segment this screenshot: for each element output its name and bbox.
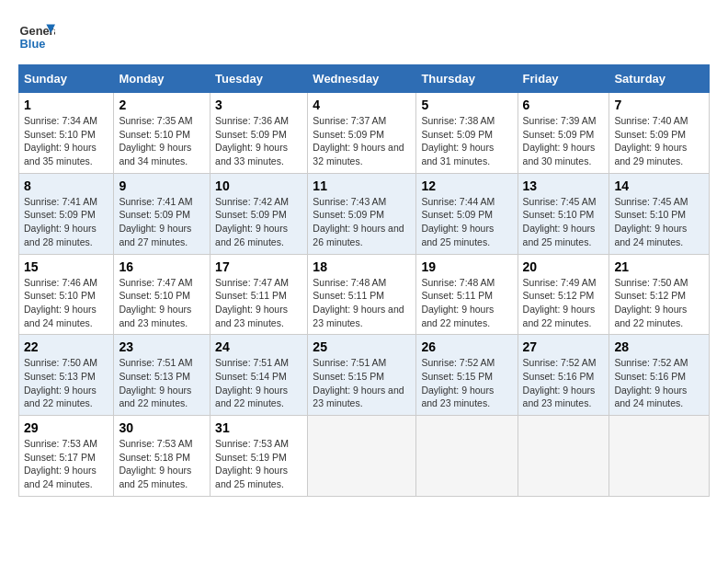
- calendar-day-cell: [518, 416, 609, 497]
- calendar-day-cell: 21 Sunrise: 7:50 AM Sunset: 5:12 PM Dayl…: [609, 254, 710, 335]
- day-info: Sunrise: 7:45 AM Sunset: 5:10 PM Dayligh…: [614, 195, 704, 249]
- day-number: 15: [24, 259, 108, 274]
- day-info: Sunrise: 7:42 AM Sunset: 5:09 PM Dayligh…: [215, 195, 302, 249]
- calendar-day-cell: 11 Sunrise: 7:43 AM Sunset: 5:09 PM Dayl…: [308, 173, 416, 254]
- day-info: Sunrise: 7:41 AM Sunset: 5:09 PM Dayligh…: [119, 195, 205, 249]
- day-number: 5: [421, 98, 512, 112]
- day-number: 13: [523, 178, 605, 193]
- day-info: Sunrise: 7:52 AM Sunset: 5:16 PM Dayligh…: [614, 356, 704, 410]
- day-number: 4: [313, 98, 411, 112]
- calendar-day-cell: 28 Sunrise: 7:52 AM Sunset: 5:16 PM Dayl…: [609, 335, 710, 416]
- day-number: 22: [24, 339, 108, 354]
- day-info: Sunrise: 7:49 AM Sunset: 5:12 PM Dayligh…: [523, 276, 605, 330]
- day-number: 16: [119, 259, 205, 274]
- day-info: Sunrise: 7:50 AM Sunset: 5:12 PM Dayligh…: [614, 276, 704, 330]
- day-of-week-header: Sunday: [19, 65, 114, 93]
- day-info: Sunrise: 7:52 AM Sunset: 5:16 PM Dayligh…: [523, 356, 605, 410]
- day-number: 20: [523, 259, 605, 274]
- day-number: 25: [313, 339, 411, 354]
- calendar-day-cell: 27 Sunrise: 7:52 AM Sunset: 5:16 PM Dayl…: [518, 335, 609, 416]
- calendar-day-cell: 1 Sunrise: 7:34 AM Sunset: 5:10 PM Dayli…: [19, 93, 114, 174]
- day-number: 8: [24, 178, 108, 193]
- day-info: Sunrise: 7:51 AM Sunset: 5:13 PM Dayligh…: [119, 356, 205, 410]
- day-number: 24: [215, 339, 302, 354]
- calendar-day-cell: 23 Sunrise: 7:51 AM Sunset: 5:13 PM Dayl…: [114, 335, 210, 416]
- day-number: 3: [215, 98, 302, 112]
- day-number: 18: [313, 259, 411, 274]
- calendar-day-cell: 31 Sunrise: 7:53 AM Sunset: 5:19 PM Dayl…: [210, 416, 308, 497]
- day-info: Sunrise: 7:44 AM Sunset: 5:09 PM Dayligh…: [421, 195, 512, 249]
- day-info: Sunrise: 7:51 AM Sunset: 5:15 PM Dayligh…: [313, 356, 411, 410]
- day-number: 12: [421, 178, 512, 193]
- calendar-week-row: 29 Sunrise: 7:53 AM Sunset: 5:17 PM Dayl…: [19, 416, 710, 497]
- day-number: 17: [215, 259, 302, 274]
- calendar-table: SundayMondayTuesdayWednesdayThursdayFrid…: [18, 64, 710, 497]
- calendar-day-cell: 25 Sunrise: 7:51 AM Sunset: 5:15 PM Dayl…: [308, 335, 416, 416]
- day-of-week-header: Friday: [518, 65, 609, 93]
- calendar-day-cell: 26 Sunrise: 7:52 AM Sunset: 5:15 PM Dayl…: [416, 335, 518, 416]
- day-number: 28: [614, 339, 704, 354]
- day-number: 1: [24, 98, 108, 112]
- day-info: Sunrise: 7:48 AM Sunset: 5:11 PM Dayligh…: [421, 276, 512, 330]
- day-info: Sunrise: 7:34 AM Sunset: 5:10 PM Dayligh…: [24, 114, 108, 168]
- day-number: 11: [313, 178, 411, 193]
- calendar-day-cell: 20 Sunrise: 7:49 AM Sunset: 5:12 PM Dayl…: [518, 254, 609, 335]
- calendar-day-cell: 22 Sunrise: 7:50 AM Sunset: 5:13 PM Dayl…: [19, 335, 114, 416]
- calendar-week-row: 15 Sunrise: 7:46 AM Sunset: 5:10 PM Dayl…: [19, 254, 710, 335]
- day-number: 10: [215, 178, 302, 193]
- day-of-week-header: Monday: [114, 65, 210, 93]
- calendar-day-cell: 13 Sunrise: 7:45 AM Sunset: 5:10 PM Dayl…: [518, 173, 609, 254]
- day-info: Sunrise: 7:35 AM Sunset: 5:10 PM Dayligh…: [119, 114, 205, 168]
- calendar-day-cell: 17 Sunrise: 7:47 AM Sunset: 5:11 PM Dayl…: [210, 254, 308, 335]
- day-number: 19: [421, 259, 512, 274]
- calendar-day-cell: 5 Sunrise: 7:38 AM Sunset: 5:09 PM Dayli…: [416, 93, 518, 174]
- day-info: Sunrise: 7:45 AM Sunset: 5:10 PM Dayligh…: [523, 195, 605, 249]
- calendar-day-cell: [416, 416, 518, 497]
- calendar-day-cell: 24 Sunrise: 7:51 AM Sunset: 5:14 PM Dayl…: [210, 335, 308, 416]
- day-info: Sunrise: 7:40 AM Sunset: 5:09 PM Dayligh…: [614, 114, 704, 168]
- calendar-week-row: 8 Sunrise: 7:41 AM Sunset: 5:09 PM Dayli…: [19, 173, 710, 254]
- day-number: 6: [523, 98, 605, 112]
- calendar-day-cell: 8 Sunrise: 7:41 AM Sunset: 5:09 PM Dayli…: [19, 173, 114, 254]
- logo: General Blue: [18, 18, 59, 55]
- day-number: 9: [119, 178, 205, 193]
- day-of-week-header: Saturday: [609, 65, 710, 93]
- svg-text:Blue: Blue: [20, 37, 46, 51]
- day-info: Sunrise: 7:39 AM Sunset: 5:09 PM Dayligh…: [523, 114, 605, 168]
- calendar-day-cell: 29 Sunrise: 7:53 AM Sunset: 5:17 PM Dayl…: [19, 416, 114, 497]
- day-number: 29: [24, 420, 108, 435]
- day-of-week-header: Wednesday: [308, 65, 416, 93]
- day-of-week-header: Thursday: [416, 65, 518, 93]
- day-info: Sunrise: 7:41 AM Sunset: 5:09 PM Dayligh…: [24, 195, 108, 249]
- day-of-week-header: Tuesday: [210, 65, 308, 93]
- day-number: 31: [215, 420, 302, 435]
- calendar-day-cell: 4 Sunrise: 7:37 AM Sunset: 5:09 PM Dayli…: [308, 93, 416, 174]
- day-info: Sunrise: 7:53 AM Sunset: 5:18 PM Dayligh…: [119, 437, 205, 491]
- calendar-day-cell: 3 Sunrise: 7:36 AM Sunset: 5:09 PM Dayli…: [210, 93, 308, 174]
- calendar-day-cell: [609, 416, 710, 497]
- day-number: 26: [421, 339, 512, 354]
- day-number: 14: [614, 178, 704, 193]
- day-number: 23: [119, 339, 205, 354]
- calendar-day-cell: 12 Sunrise: 7:44 AM Sunset: 5:09 PM Dayl…: [416, 173, 518, 254]
- calendar-day-cell: 15 Sunrise: 7:46 AM Sunset: 5:10 PM Dayl…: [19, 254, 114, 335]
- day-info: Sunrise: 7:37 AM Sunset: 5:09 PM Dayligh…: [313, 114, 411, 168]
- day-info: Sunrise: 7:51 AM Sunset: 5:14 PM Dayligh…: [215, 356, 302, 410]
- day-info: Sunrise: 7:38 AM Sunset: 5:09 PM Dayligh…: [421, 114, 512, 168]
- calendar-day-cell: 18 Sunrise: 7:48 AM Sunset: 5:11 PM Dayl…: [308, 254, 416, 335]
- day-number: 21: [614, 259, 704, 274]
- day-number: 2: [119, 98, 205, 112]
- calendar-day-cell: 30 Sunrise: 7:53 AM Sunset: 5:18 PM Dayl…: [114, 416, 210, 497]
- day-info: Sunrise: 7:46 AM Sunset: 5:10 PM Dayligh…: [24, 276, 108, 330]
- day-number: 7: [614, 98, 704, 112]
- day-info: Sunrise: 7:50 AM Sunset: 5:13 PM Dayligh…: [24, 356, 108, 410]
- day-info: Sunrise: 7:53 AM Sunset: 5:17 PM Dayligh…: [24, 437, 108, 491]
- calendar-day-cell: 14 Sunrise: 7:45 AM Sunset: 5:10 PM Dayl…: [609, 173, 710, 254]
- day-info: Sunrise: 7:47 AM Sunset: 5:10 PM Dayligh…: [119, 276, 205, 330]
- calendar-day-cell: [308, 416, 416, 497]
- day-info: Sunrise: 7:43 AM Sunset: 5:09 PM Dayligh…: [313, 195, 411, 249]
- calendar-day-cell: 9 Sunrise: 7:41 AM Sunset: 5:09 PM Dayli…: [114, 173, 210, 254]
- calendar-day-cell: 6 Sunrise: 7:39 AM Sunset: 5:09 PM Dayli…: [518, 93, 609, 174]
- calendar-week-row: 22 Sunrise: 7:50 AM Sunset: 5:13 PM Dayl…: [19, 335, 710, 416]
- page-header: General Blue: [18, 18, 710, 55]
